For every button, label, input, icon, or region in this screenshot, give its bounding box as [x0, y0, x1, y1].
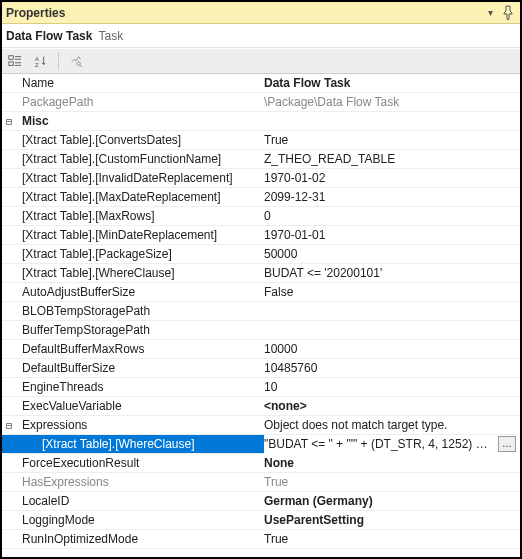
property-value[interactable]: False	[264, 283, 520, 302]
property-value[interactable]: True	[264, 530, 520, 549]
property-value[interactable]: 1970-01-02	[264, 169, 520, 188]
property-row[interactable]: [Xtract Table].[MaxRows]0	[2, 207, 520, 226]
property-value[interactable]: German (Germany)	[264, 492, 520, 511]
property-label: PackagePath	[16, 93, 264, 112]
property-value[interactable]: Object does not match target type.	[264, 416, 520, 435]
categorized-button[interactable]	[4, 51, 26, 71]
property-value[interactable]: UseParentSetting	[264, 511, 520, 530]
property-value[interactable]: True	[264, 473, 520, 492]
property-pages-button[interactable]	[65, 51, 87, 71]
property-label: Name	[16, 74, 264, 93]
property-row[interactable]: BLOBTempStoragePath	[2, 302, 520, 321]
property-value[interactable]: <none>	[264, 397, 520, 416]
property-label: DefaultBufferMaxRows	[16, 340, 264, 359]
svg-point-8	[77, 62, 81, 66]
property-label: Misc	[16, 112, 264, 131]
property-label: [Xtract Table].[InvalidDateReplacement]	[16, 169, 264, 188]
property-value[interactable]: 10485760	[264, 359, 520, 378]
panel-title: Properties	[6, 6, 480, 20]
context-name: Data Flow Task	[6, 29, 92, 43]
property-row[interactable]: LoggingModeUseParentSetting	[2, 511, 520, 530]
property-value[interactable]: 2099-12-31	[264, 188, 520, 207]
property-row[interactable]: BufferTempStoragePath	[2, 321, 520, 340]
ellipsis-button[interactable]: …	[498, 436, 516, 452]
property-label: [Xtract Table].[MinDateReplacement]	[16, 226, 264, 245]
property-value[interactable]: Z_THEO_READ_TABLE	[264, 150, 520, 169]
property-label: [Xtract Table].[PackageSize]	[16, 245, 264, 264]
property-row[interactable]: [Xtract Table].[CustomFunctionName]Z_THE…	[2, 150, 520, 169]
panel-titlebar: Properties ▾	[2, 2, 520, 24]
property-row[interactable]: [Xtract Table].[InvalidDateReplacement]1…	[2, 169, 520, 188]
property-row[interactable]: NameData Flow Task	[2, 74, 520, 93]
dropdown-icon[interactable]: ▾	[482, 5, 498, 21]
property-row[interactable]: RunInOptimizedModeTrue	[2, 530, 520, 549]
property-row[interactable]: [Xtract Table].[WhereClause]BUDAT <= '20…	[2, 264, 520, 283]
property-row[interactable]: ExecValueVariable<none>	[2, 397, 520, 416]
property-label: ExecValueVariable	[16, 397, 264, 416]
property-value[interactable]: Data Flow Task	[264, 74, 520, 93]
toolbar-divider	[58, 52, 59, 70]
alphabetical-button[interactable]: AZ	[30, 51, 52, 71]
property-label: AutoAdjustBufferSize	[16, 283, 264, 302]
category-header[interactable]: ⊟Misc	[2, 112, 520, 131]
property-row[interactable]: [Xtract Table].[PackageSize]50000	[2, 245, 520, 264]
property-row[interactable]: ForceExecutionResultNone	[2, 454, 520, 473]
property-label: [Xtract Table].[ConvertsDates]	[16, 131, 264, 150]
property-label: [Xtract Table].[MaxDateReplacement]	[16, 188, 264, 207]
svg-text:Z: Z	[35, 61, 39, 68]
property-label: BufferTempStoragePath	[16, 321, 264, 340]
property-row[interactable]: AutoAdjustBufferSizeFalse	[2, 283, 520, 302]
expand-icon[interactable]: ⊟	[2, 416, 16, 435]
property-row[interactable]: LocaleIDGerman (Germany)	[2, 492, 520, 511]
property-label: [Xtract Table].[MaxRows]	[16, 207, 264, 226]
property-value[interactable]: \Package\Data Flow Task	[264, 93, 520, 112]
property-value[interactable]: True	[264, 131, 520, 150]
property-row[interactable]: ⊟ExpressionsObject does not match target…	[2, 416, 520, 435]
property-row[interactable]: EngineThreads10	[2, 378, 520, 397]
property-value[interactable]: 1970-01-01	[264, 226, 520, 245]
property-row[interactable]: DefaultBufferSize10485760	[2, 359, 520, 378]
expand-icon[interactable]: ⊟	[2, 112, 16, 131]
property-label: EngineThreads	[16, 378, 264, 397]
property-row[interactable]: [Xtract Table].[WhereClause]"BUDAT <= " …	[2, 435, 520, 454]
property-row[interactable]: HasExpressionsTrue	[2, 473, 520, 492]
property-label: [Xtract Table].[WhereClause]	[16, 264, 264, 283]
property-value[interactable]: BUDAT <= '20200101'	[264, 264, 520, 283]
context-bar[interactable]: Data Flow Task Task	[2, 24, 520, 48]
property-value[interactable]: 50000	[264, 245, 520, 264]
property-value[interactable]: None	[264, 454, 520, 473]
property-label: ForceExecutionResult	[16, 454, 264, 473]
property-label: RunInOptimizedMode	[16, 530, 264, 549]
property-row[interactable]: PackagePath\Package\Data Flow Task	[2, 93, 520, 112]
svg-rect-0	[9, 56, 13, 60]
property-label: DefaultBufferSize	[16, 359, 264, 378]
context-type: Task	[98, 29, 123, 43]
property-label: LoggingMode	[16, 511, 264, 530]
property-value[interactable]: "BUDAT <= " + "'" + (DT_STR, 4, 1252) DA…	[264, 435, 520, 454]
property-value[interactable]: 10	[264, 378, 520, 397]
property-label: BLOBTempStoragePath	[16, 302, 264, 321]
property-label: LocaleID	[16, 492, 264, 511]
svg-rect-1	[9, 62, 13, 66]
property-label: [Xtract Table].[CustomFunctionName]	[16, 150, 264, 169]
property-row[interactable]: [Xtract Table].[MinDateReplacement]1970-…	[2, 226, 520, 245]
property-row[interactable]: [Xtract Table].[ConvertsDates]True	[2, 131, 520, 150]
property-value[interactable]: 0	[264, 207, 520, 226]
property-grid[interactable]: NameData Flow TaskPackagePath\Package\Da…	[2, 74, 520, 557]
pin-svg	[500, 5, 516, 21]
property-label: Expressions	[16, 416, 264, 435]
property-label: HasExpressions	[16, 473, 264, 492]
svg-line-9	[80, 65, 82, 67]
pin-icon[interactable]	[500, 5, 516, 21]
property-row[interactable]: [Xtract Table].[MaxDateReplacement]2099-…	[2, 188, 520, 207]
property-value[interactable]: 10000	[264, 340, 520, 359]
toolbar: AZ	[2, 48, 520, 74]
property-row[interactable]: DefaultBufferMaxRows10000	[2, 340, 520, 359]
property-label: [Xtract Table].[WhereClause]	[16, 435, 264, 454]
